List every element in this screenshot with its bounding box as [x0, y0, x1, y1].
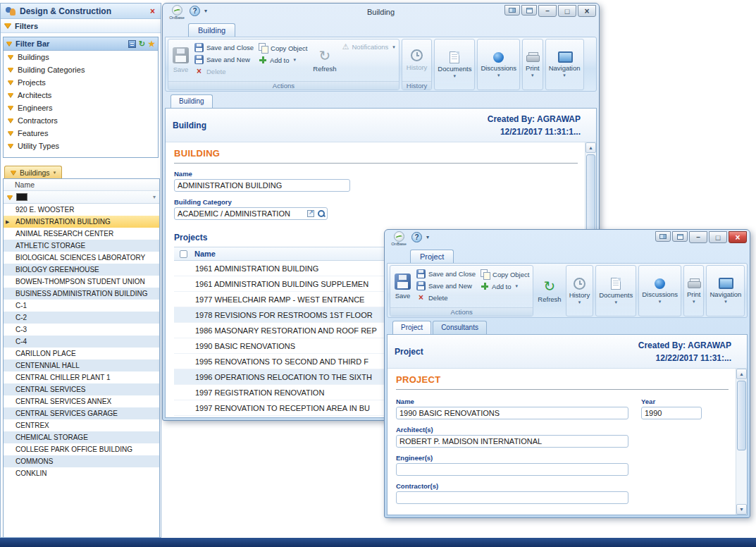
building-row[interactable]: 920 E. WOOSTER [4, 204, 159, 216]
list-filter-row[interactable] [4, 191, 159, 204]
refresh-button[interactable]: Refresh [311, 41, 338, 80]
tab-consultants[interactable]: Consultants [433, 321, 487, 334]
filter-item[interactable]: Buildings [4, 51, 158, 63]
building-row[interactable]: CARILLON PLACE [4, 348, 159, 359]
building-row[interactable]: COMMONS [4, 455, 159, 467]
quick-access-caret-icon[interactable] [204, 8, 207, 14]
close-button[interactable] [729, 231, 747, 243]
save-and-new-button[interactable]: Save and New [193, 55, 255, 64]
add-to-button[interactable]: Add to [257, 56, 309, 64]
save-and-new-button[interactable]: Save and New [415, 281, 477, 290]
tab-building[interactable]: Building [171, 94, 213, 108]
building-row[interactable]: C-4 [4, 336, 159, 348]
list-column-header[interactable]: Name [4, 179, 159, 191]
documents-button[interactable]: Documents [434, 39, 475, 90]
filter-settings-icon[interactable] [128, 40, 136, 48]
navigation-button[interactable]: Navigation [706, 265, 745, 316]
building-row[interactable]: CENTRAL CHILLER PLANT 1 [4, 371, 159, 383]
select-all-checkbox[interactable] [180, 250, 187, 258]
maximize-button[interactable] [709, 231, 727, 243]
layout-button[interactable] [521, 5, 537, 16]
help-icon[interactable] [411, 232, 422, 242]
filter-item[interactable]: Building Categories [4, 63, 158, 76]
building-name-input[interactable] [174, 179, 350, 192]
chevron-down-icon[interactable] [153, 194, 156, 200]
minimize-button[interactable] [689, 231, 707, 243]
building-row[interactable]: BIOLOGICAL SCIENCES LABORATORY [4, 252, 159, 264]
engineers-input[interactable] [396, 463, 628, 476]
year-input[interactable] [641, 407, 702, 419]
buildings-tab[interactable]: Buildings ▾ [4, 166, 62, 178]
history-button[interactable]: History [404, 41, 430, 80]
layout-button[interactable] [672, 231, 688, 242]
refresh-button[interactable]: Refresh [535, 265, 563, 316]
filter-item[interactable]: Projects [4, 76, 158, 89]
documents-button[interactable]: Documents [595, 265, 636, 316]
building-row[interactable]: BOWEN-THOMPSON STUDENT UNION [4, 276, 159, 288]
building-row[interactable]: C-1 [4, 300, 159, 312]
filter-item[interactable]: Architects [4, 89, 158, 102]
close-button[interactable] [578, 5, 596, 17]
scroll-up-icon[interactable] [736, 369, 747, 379]
discussions-button[interactable]: Discussions [638, 265, 681, 316]
delete-button[interactable]: Delete [193, 67, 255, 75]
open-record-icon[interactable] [307, 210, 314, 217]
navigation-button[interactable]: Navigation [545, 39, 584, 90]
maximize-button[interactable] [558, 5, 576, 17]
copy-object-button[interactable]: Copy Object [479, 269, 531, 279]
building-row[interactable]: CENTREX [4, 419, 159, 431]
copy-object-button[interactable]: Copy Object [257, 43, 309, 53]
filter-item[interactable]: Utility Types [4, 140, 158, 152]
projects-column-header[interactable]: Name [194, 250, 216, 258]
building-titlebar[interactable]: OnBase Building [163, 4, 599, 22]
scroll-down-icon[interactable] [736, 504, 747, 515]
discussions-button[interactable]: Discussions [477, 39, 520, 90]
building-row[interactable]: BIOLOGY GREENHOUSE [4, 264, 159, 276]
ribbon-tab-building[interactable]: Building [188, 23, 235, 37]
filter-bar-header[interactable]: Filter Bar [4, 37, 158, 51]
history-button[interactable]: History [566, 265, 594, 316]
building-row[interactable]: CENTRAL SERVICES ANNEX [4, 395, 159, 407]
project-titlebar[interactable]: OnBase [385, 230, 750, 248]
project-name-input[interactable] [396, 407, 628, 419]
save-button[interactable]: Save [392, 267, 413, 306]
save-button[interactable]: Save [171, 41, 191, 80]
filter-item[interactable]: Contractors [4, 114, 158, 127]
filter-item[interactable]: Engineers [4, 102, 158, 114]
filter-refresh-icon[interactable] [139, 40, 145, 48]
save-and-close-button[interactable]: Save and Close [415, 269, 477, 278]
minimize-button[interactable] [538, 5, 557, 17]
print-button[interactable]: Print [683, 265, 705, 316]
building-row[interactable]: C-3 [4, 324, 159, 336]
building-row[interactable]: CENTRAL SERVICES GARAGE [4, 407, 159, 419]
save-and-close-button[interactable]: Save and Close [193, 43, 255, 52]
building-row[interactable]: CENTENNIAL HALL [4, 359, 159, 371]
contractors-input[interactable] [396, 491, 628, 504]
panel-close-icon[interactable]: × [149, 6, 156, 16]
ribbon-tab-project[interactable]: Project [410, 250, 454, 263]
building-row[interactable]: ATHLETIC STORAGE [4, 240, 159, 252]
architects-input[interactable] [396, 435, 628, 448]
quick-access-caret-icon[interactable] [426, 234, 429, 240]
building-row[interactable]: ANIMAL RESEARCH CENTER [4, 228, 159, 240]
search-icon[interactable] [317, 209, 325, 217]
onbase-logo-icon[interactable]: OnBase [168, 5, 185, 20]
scroll-up-icon[interactable] [585, 142, 596, 153]
tab-project[interactable]: Project [392, 321, 431, 334]
panel-toggle-button[interactable] [655, 231, 671, 242]
filter-item[interactable]: Features [4, 127, 158, 140]
building-row[interactable]: CONKLIN [4, 467, 159, 479]
building-row[interactable]: CHEMICAL STORAGE [4, 431, 159, 443]
building-category-input[interactable] [174, 207, 328, 220]
taskbar[interactable] [0, 538, 756, 547]
building-row[interactable]: C-2 [4, 312, 159, 324]
print-button[interactable]: Print [522, 39, 543, 90]
building-row[interactable]: BUSINESS ADMINISTRATION BUILDING [4, 288, 159, 300]
building-row[interactable]: CENTRAL SERVICES [4, 383, 159, 395]
building-row[interactable]: ADMINISTRATION BUILDING [4, 216, 159, 228]
project-scrollbar[interactable] [736, 369, 747, 515]
add-to-button[interactable]: Add to [479, 282, 531, 290]
notifications-button[interactable]: Notifications [341, 43, 397, 51]
scroll-thumb[interactable] [737, 381, 746, 450]
filter-value-swatch[interactable] [16, 193, 27, 201]
